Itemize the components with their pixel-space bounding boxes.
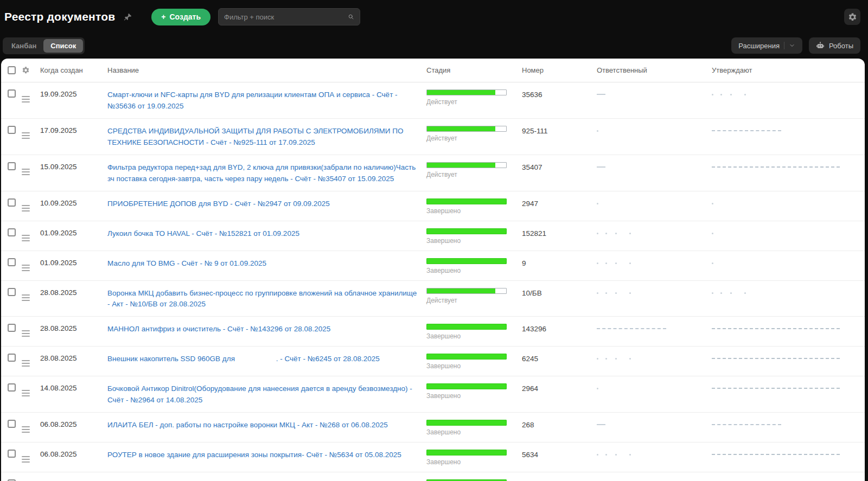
pin-icon[interactable] bbox=[124, 13, 132, 21]
redacted-name-trace bbox=[712, 94, 713, 95]
document-number: 5634 bbox=[522, 450, 597, 460]
redacted-name-trace bbox=[597, 388, 598, 389]
col-header-name[interactable]: Название bbox=[107, 66, 426, 74]
row-checkbox[interactable] bbox=[8, 288, 16, 296]
divider bbox=[784, 42, 784, 49]
col-header-created[interactable]: Когда создан bbox=[40, 66, 107, 74]
stage-label: Завершено bbox=[426, 267, 508, 274]
document-link[interactable]: ИЛАИТА БЕЛ - доп. работы по настройке во… bbox=[107, 420, 421, 431]
redacted-name-trace bbox=[712, 424, 781, 425]
sub-toolbar: Канбан Список Расширения Роботы bbox=[0, 34, 868, 57]
row-checkbox[interactable] bbox=[8, 450, 16, 458]
row-checkbox[interactable] bbox=[8, 126, 16, 134]
search-input[interactable] bbox=[224, 13, 338, 21]
approvers-cell bbox=[712, 354, 857, 359]
table-row[interactable]: 17.09.2025 СРЕДСТВА ИНДИВИДУАЛЬНОЙ ЗАЩИТ… bbox=[1, 119, 865, 155]
redacted-name-trace bbox=[712, 358, 840, 359]
document-link[interactable]: Воронка МКЦ добавить бизнес-процесс по г… bbox=[107, 288, 421, 311]
redacted-name-trace bbox=[712, 328, 840, 329]
stage-progress-bar bbox=[426, 450, 507, 456]
document-link[interactable]: ПРИОБРЕТЕНИЕ ДОПОВ для BYD - Счёт - №294… bbox=[107, 198, 421, 210]
robots-button[interactable]: Роботы bbox=[809, 37, 860, 54]
row-checkbox[interactable] bbox=[8, 198, 16, 207]
extensions-button[interactable]: Расширения bbox=[731, 37, 802, 54]
columns-settings-icon[interactable] bbox=[22, 66, 30, 74]
document-number: 152821 bbox=[522, 228, 597, 239]
search-icon[interactable] bbox=[348, 14, 354, 20]
document-link[interactable]: РОУТЕР в новое здание для расширения зон… bbox=[107, 450, 421, 461]
row-menu-icon[interactable] bbox=[22, 456, 30, 463]
document-link[interactable]: МАННОЛ антифриз и очиститель - Счёт - №1… bbox=[107, 324, 421, 335]
filter-search-box[interactable] bbox=[218, 8, 360, 25]
table-row[interactable]: 28.08.2025 МАННОЛ антифриз и очиститель … bbox=[1, 317, 865, 347]
row-menu-icon[interactable] bbox=[22, 265, 30, 271]
table-row[interactable]: 10.09.2025 ПРИОБРЕТЕНИЕ ДОПОВ для BYD - … bbox=[1, 191, 865, 221]
stage-progress-bar bbox=[426, 324, 507, 330]
table-row[interactable]: 01.09.2025 Масло для ТО BMG - Счёт - № 9… bbox=[1, 251, 865, 281]
redacted-name-trace bbox=[597, 203, 598, 204]
document-link[interactable]: Масло для ТО BMG - Счёт - № 9 от 01.09.2… bbox=[107, 258, 421, 270]
stage-label: Завершено bbox=[426, 332, 508, 340]
row-checkbox[interactable] bbox=[8, 89, 16, 98]
settings-button[interactable] bbox=[844, 9, 860, 25]
row-menu-icon[interactable] bbox=[22, 294, 30, 301]
redacted-name-trace bbox=[597, 358, 598, 360]
col-header-number[interactable]: Номер bbox=[522, 66, 597, 74]
row-checkbox[interactable] bbox=[8, 228, 16, 236]
tab-kanban[interactable]: Канбан bbox=[4, 39, 43, 53]
document-link[interactable]: СРЕДСТВА ИНДИВИДУАЛЬНОЙ ЗАЩИТЫ ДЛЯ РАБОТ… bbox=[107, 126, 421, 149]
redacted-name-trace bbox=[712, 388, 840, 389]
col-header-responsible[interactable]: Ответственный bbox=[597, 66, 712, 74]
document-number: 35407 bbox=[522, 162, 597, 173]
document-link[interactable]: Смарт-ключи и NFC-карты для BYD для рели… bbox=[107, 89, 421, 112]
redacted-name-trace bbox=[597, 292, 598, 294]
approvers-cell bbox=[712, 450, 857, 455]
document-link[interactable]: Бочковой Антикор Dinitrol(Оборудование д… bbox=[107, 383, 421, 406]
table-row[interactable]: 05.08.2025 ОЧИСТИТЕЛЬ МАННОЛ - Счёт - №1… bbox=[1, 472, 865, 481]
create-button[interactable]: + Создать bbox=[151, 9, 210, 25]
row-created-date: 15.09.2025 bbox=[40, 162, 107, 171]
approvers-cell bbox=[712, 198, 857, 204]
row-menu-icon[interactable] bbox=[22, 96, 30, 102]
documents-panel: Когда создан Название Стадия Номер Ответ… bbox=[1, 59, 865, 481]
document-number: 6245 bbox=[522, 354, 597, 364]
row-menu-icon[interactable] bbox=[22, 235, 30, 241]
row-checkbox[interactable] bbox=[8, 324, 16, 332]
robots-label: Роботы bbox=[829, 42, 853, 50]
row-menu-icon[interactable] bbox=[22, 169, 30, 175]
table-row[interactable]: 28.08.2025 Воронка МКЦ добавить бизнес-п… bbox=[1, 281, 865, 317]
stage-progress-bar bbox=[426, 126, 507, 132]
document-number: 35636 bbox=[522, 89, 597, 100]
table-row[interactable]: 28.08.2025 Внешник накопитель SSD 960GB … bbox=[1, 347, 865, 376]
table-header: Когда создан Название Стадия Номер Ответ… bbox=[1, 59, 865, 82]
row-menu-icon[interactable] bbox=[22, 330, 30, 337]
row-menu-icon[interactable] bbox=[22, 132, 30, 139]
row-checkbox[interactable] bbox=[8, 383, 16, 392]
extensions-label: Расширения bbox=[738, 42, 780, 50]
table-row[interactable]: 06.08.2025 РОУТЕР в новое здание для рас… bbox=[1, 442, 865, 472]
document-link[interactable]: Внешник накопитель SSD 960GB для . - Счё… bbox=[107, 354, 421, 365]
row-checkbox[interactable] bbox=[8, 258, 16, 266]
table-row[interactable]: 19.09.2025 Смарт-ключи и NFC-карты для B… bbox=[1, 82, 865, 119]
row-menu-icon[interactable] bbox=[22, 390, 30, 396]
col-header-approvers[interactable]: Утверждают bbox=[712, 66, 857, 74]
row-checkbox[interactable] bbox=[8, 420, 16, 428]
row-menu-icon[interactable] bbox=[22, 205, 30, 211]
stage-label: Действует bbox=[426, 98, 508, 106]
document-link[interactable]: Лукоил бочка ТО HAVAL - Счёт - №152821 о… bbox=[107, 228, 421, 240]
row-menu-icon[interactable] bbox=[22, 360, 30, 367]
row-checkbox[interactable] bbox=[8, 354, 16, 362]
table-row[interactable]: 15.09.2025 Фильтра редуктора перед+зад д… bbox=[1, 155, 865, 191]
row-created-date: 01.09.2025 bbox=[40, 228, 107, 237]
table-row[interactable]: 14.08.2025 Бочковой Антикор Dinitrol(Обо… bbox=[1, 376, 865, 413]
row-checkbox[interactable] bbox=[8, 162, 16, 170]
row-menu-icon[interactable] bbox=[22, 426, 30, 433]
table-row[interactable]: 01.09.2025 Лукоил бочка ТО HAVAL - Счёт … bbox=[1, 221, 865, 251]
document-link[interactable]: Фильтра редуктора перед+зад для BYD, 2 к… bbox=[107, 162, 421, 185]
table-row[interactable]: 06.08.2025 ИЛАИТА БЕЛ - доп. работы по н… bbox=[1, 413, 865, 442]
col-header-stage[interactable]: Стадия bbox=[426, 66, 522, 74]
stage-label: Завершено bbox=[426, 207, 508, 215]
select-all-checkbox[interactable] bbox=[8, 66, 16, 74]
tab-list[interactable]: Список bbox=[43, 39, 83, 53]
robot-icon bbox=[816, 41, 825, 50]
